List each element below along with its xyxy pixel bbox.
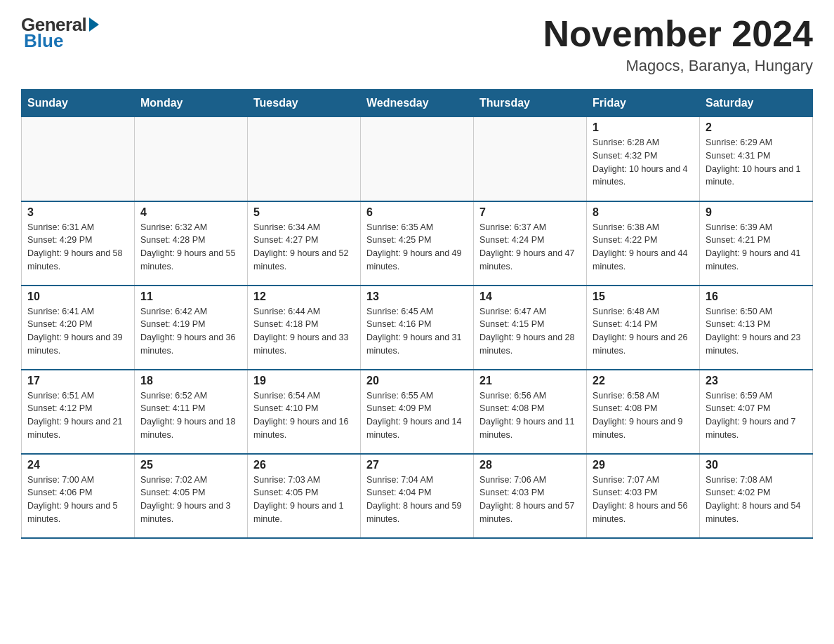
calendar-cell: 22Sunrise: 6:58 AMSunset: 4:08 PMDayligh… — [587, 370, 700, 454]
day-number: 13 — [366, 290, 468, 303]
calendar-table: SundayMondayTuesdayWednesdayThursdayFrid… — [21, 89, 813, 539]
sun-info: Sunrise: 6:56 AMSunset: 4:08 PMDaylight:… — [479, 389, 581, 442]
calendar-header-row: SundayMondayTuesdayWednesdayThursdayFrid… — [22, 90, 813, 117]
day-number: 3 — [27, 206, 128, 219]
calendar-cell: 4Sunrise: 6:32 AMSunset: 4:28 PMDaylight… — [135, 201, 248, 286]
calendar-week-row: 17Sunrise: 6:51 AMSunset: 4:12 PMDayligh… — [22, 370, 813, 454]
calendar-cell: 23Sunrise: 6:59 AMSunset: 4:07 PMDayligh… — [700, 370, 813, 454]
day-number: 22 — [593, 375, 694, 387]
calendar-cell: 30Sunrise: 7:08 AMSunset: 4:02 PMDayligh… — [700, 454, 813, 538]
day-number: 1 — [593, 121, 694, 134]
day-number: 21 — [479, 375, 581, 387]
day-number: 16 — [706, 290, 807, 303]
calendar-cell: 14Sunrise: 6:47 AMSunset: 4:15 PMDayligh… — [474, 286, 587, 370]
sun-info: Sunrise: 6:41 AMSunset: 4:20 PMDaylight:… — [27, 305, 128, 358]
sun-info: Sunrise: 6:51 AMSunset: 4:12 PMDaylight:… — [27, 389, 128, 442]
day-number: 30 — [706, 459, 807, 471]
logo-arrow-icon — [89, 18, 99, 32]
calendar-cell: 7Sunrise: 6:37 AMSunset: 4:24 PMDaylight… — [474, 201, 587, 286]
calendar-week-row: 1Sunrise: 6:28 AMSunset: 4:32 PMDaylight… — [22, 117, 813, 201]
calendar-cell: 1Sunrise: 6:28 AMSunset: 4:32 PMDaylight… — [587, 117, 700, 201]
calendar-cell: 27Sunrise: 7:04 AMSunset: 4:04 PMDayligh… — [361, 454, 474, 538]
calendar-cell: 3Sunrise: 6:31 AMSunset: 4:29 PMDaylight… — [22, 201, 135, 286]
day-number: 26 — [253, 459, 355, 471]
calendar-cell: 29Sunrise: 7:07 AMSunset: 4:03 PMDayligh… — [587, 454, 700, 538]
calendar-week-row: 3Sunrise: 6:31 AMSunset: 4:29 PMDaylight… — [22, 201, 813, 286]
header-tuesday: Tuesday — [248, 90, 361, 117]
day-number: 15 — [593, 290, 694, 303]
calendar-cell: 18Sunrise: 6:52 AMSunset: 4:11 PMDayligh… — [135, 370, 248, 454]
sun-info: Sunrise: 6:39 AMSunset: 4:21 PMDaylight:… — [706, 221, 807, 274]
sun-info: Sunrise: 6:44 AMSunset: 4:18 PMDaylight:… — [253, 305, 355, 358]
day-number: 10 — [27, 290, 128, 303]
sun-info: Sunrise: 6:52 AMSunset: 4:11 PMDaylight:… — [140, 389, 241, 442]
calendar-cell — [22, 117, 135, 201]
calendar-cell: 11Sunrise: 6:42 AMSunset: 4:19 PMDayligh… — [135, 286, 248, 370]
day-number: 12 — [253, 290, 355, 303]
calendar-cell: 21Sunrise: 6:56 AMSunset: 4:08 PMDayligh… — [474, 370, 587, 454]
location-text: Magocs, Baranya, Hungary — [543, 57, 813, 75]
title-block: November 2024 Magocs, Baranya, Hungary — [543, 14, 813, 75]
sun-info: Sunrise: 7:07 AMSunset: 4:03 PMDaylight:… — [593, 474, 694, 526]
sun-info: Sunrise: 6:58 AMSunset: 4:08 PMDaylight:… — [593, 389, 694, 442]
header-friday: Friday — [587, 90, 700, 117]
calendar-cell: 2Sunrise: 6:29 AMSunset: 4:31 PMDaylight… — [700, 117, 813, 201]
day-number: 25 — [140, 459, 241, 471]
day-number: 14 — [479, 290, 581, 303]
month-title: November 2024 — [543, 14, 813, 54]
calendar-cell: 9Sunrise: 6:39 AMSunset: 4:21 PMDaylight… — [700, 201, 813, 286]
day-number: 8 — [593, 206, 694, 219]
sun-info: Sunrise: 6:50 AMSunset: 4:13 PMDaylight:… — [706, 305, 807, 358]
sun-info: Sunrise: 6:45 AMSunset: 4:16 PMDaylight:… — [366, 305, 468, 358]
logo-blue-text: Blue — [21, 30, 63, 52]
sun-info: Sunrise: 6:59 AMSunset: 4:07 PMDaylight:… — [706, 389, 807, 442]
sun-info: Sunrise: 6:42 AMSunset: 4:19 PMDaylight:… — [140, 305, 241, 358]
day-number: 27 — [366, 459, 468, 471]
calendar-cell: 24Sunrise: 7:00 AMSunset: 4:06 PMDayligh… — [22, 454, 135, 538]
header-wednesday: Wednesday — [361, 90, 474, 117]
day-number: 24 — [27, 459, 128, 471]
day-number: 2 — [706, 121, 807, 134]
header-sunday: Sunday — [22, 90, 135, 117]
calendar-cell: 13Sunrise: 6:45 AMSunset: 4:16 PMDayligh… — [361, 286, 474, 370]
sun-info: Sunrise: 6:48 AMSunset: 4:14 PMDaylight:… — [593, 305, 694, 358]
sun-info: Sunrise: 7:08 AMSunset: 4:02 PMDaylight:… — [706, 474, 807, 526]
sun-info: Sunrise: 6:47 AMSunset: 4:15 PMDaylight:… — [479, 305, 581, 358]
sun-info: Sunrise: 7:04 AMSunset: 4:04 PMDaylight:… — [366, 474, 468, 526]
day-number: 29 — [593, 459, 694, 471]
day-number: 23 — [706, 375, 807, 387]
calendar-cell: 12Sunrise: 6:44 AMSunset: 4:18 PMDayligh… — [248, 286, 361, 370]
day-number: 9 — [706, 206, 807, 219]
day-number: 20 — [366, 375, 468, 387]
day-number: 28 — [479, 459, 581, 471]
sun-info: Sunrise: 6:55 AMSunset: 4:09 PMDaylight:… — [366, 389, 468, 442]
page-header: General Blue November 2024 Magocs, Baran… — [21, 14, 813, 75]
sun-info: Sunrise: 6:38 AMSunset: 4:22 PMDaylight:… — [593, 221, 694, 274]
day-number: 19 — [253, 375, 355, 387]
calendar-cell: 19Sunrise: 6:54 AMSunset: 4:10 PMDayligh… — [248, 370, 361, 454]
calendar-week-row: 10Sunrise: 6:41 AMSunset: 4:20 PMDayligh… — [22, 286, 813, 370]
day-number: 17 — [27, 375, 128, 387]
sun-info: Sunrise: 6:31 AMSunset: 4:29 PMDaylight:… — [27, 221, 128, 274]
sun-info: Sunrise: 6:37 AMSunset: 4:24 PMDaylight:… — [479, 221, 581, 274]
calendar-cell: 8Sunrise: 6:38 AMSunset: 4:22 PMDaylight… — [587, 201, 700, 286]
calendar-cell: 25Sunrise: 7:02 AMSunset: 4:05 PMDayligh… — [135, 454, 248, 538]
sun-info: Sunrise: 7:00 AMSunset: 4:06 PMDaylight:… — [27, 474, 128, 526]
sun-info: Sunrise: 7:03 AMSunset: 4:05 PMDaylight:… — [253, 474, 355, 526]
day-number: 6 — [366, 206, 468, 219]
sun-info: Sunrise: 6:32 AMSunset: 4:28 PMDaylight:… — [140, 221, 241, 274]
calendar-cell — [248, 117, 361, 201]
sun-info: Sunrise: 6:35 AMSunset: 4:25 PMDaylight:… — [366, 221, 468, 274]
calendar-cell: 26Sunrise: 7:03 AMSunset: 4:05 PMDayligh… — [248, 454, 361, 538]
calendar-cell — [361, 117, 474, 201]
sun-info: Sunrise: 6:54 AMSunset: 4:10 PMDaylight:… — [253, 389, 355, 442]
sun-info: Sunrise: 6:34 AMSunset: 4:27 PMDaylight:… — [253, 221, 355, 274]
calendar-week-row: 24Sunrise: 7:00 AMSunset: 4:06 PMDayligh… — [22, 454, 813, 538]
calendar-cell: 20Sunrise: 6:55 AMSunset: 4:09 PMDayligh… — [361, 370, 474, 454]
header-saturday: Saturday — [700, 90, 813, 117]
calendar-cell: 28Sunrise: 7:06 AMSunset: 4:03 PMDayligh… — [474, 454, 587, 538]
header-thursday: Thursday — [474, 90, 587, 117]
calendar-cell — [135, 117, 248, 201]
calendar-cell — [474, 117, 587, 201]
sun-info: Sunrise: 7:02 AMSunset: 4:05 PMDaylight:… — [140, 474, 241, 526]
